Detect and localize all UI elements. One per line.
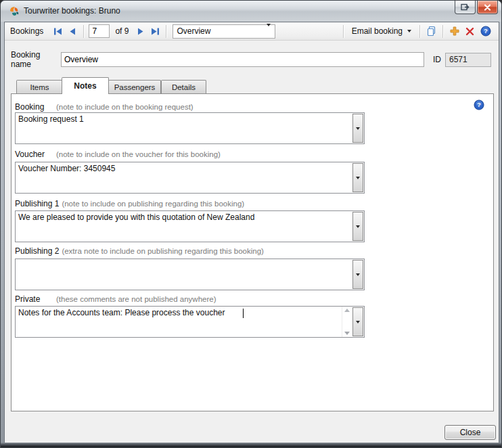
voucher-note-label: Voucher (15, 150, 53, 159)
publishing2-note-header: Publishing 2 (extra note to include on p… (15, 246, 475, 256)
voucher-note-dropdown-button[interactable] (352, 163, 363, 192)
private-note-dropdown-button[interactable] (352, 307, 363, 336)
bookings-label: Bookings (10, 26, 43, 36)
publishing2-note-label: Publishing 2 (15, 246, 59, 256)
add-icon (450, 26, 459, 36)
tab-items[interactable]: Items (16, 80, 63, 94)
record-count-label: of 9 (115, 26, 129, 36)
screenshot: Tourwriter bookings: Bruno Bookings (0, 0, 502, 448)
close-window-button[interactable] (477, 1, 498, 14)
private-note-label: Private (15, 294, 53, 304)
tab-notes[interactable]: Notes (62, 77, 109, 94)
chevron-down-icon (356, 273, 360, 276)
nav-next-button[interactable] (133, 24, 147, 38)
toolbar-separator (343, 25, 344, 38)
window-title: Tourwriter bookings: Bruno (24, 6, 120, 16)
booking-select[interactable]: Overview (173, 24, 275, 39)
add-booking-button[interactable] (447, 24, 461, 38)
chevron-down-icon (356, 127, 360, 130)
nav-previous-button[interactable] (65, 24, 80, 38)
chevron-down-icon (267, 24, 271, 36)
booking-note-header: Booking (note to include on the booking … (15, 102, 475, 112)
private-note-hint: (these comments are not published anywhe… (56, 295, 216, 303)
voucher-note-hint: (note to include on the voucher for this… (56, 150, 221, 158)
toolbar-separator (83, 25, 84, 38)
booking-id-value: 6571 (445, 53, 491, 67)
email-booking-button[interactable]: Email booking (347, 24, 416, 39)
toolbar-separator (442, 25, 443, 38)
chevron-down-icon (407, 30, 411, 32)
delete-icon (465, 27, 474, 36)
publishing1-note-dropdown-button[interactable] (352, 212, 363, 241)
window-frame-bottom (1, 443, 501, 447)
copy-booking-button[interactable] (424, 24, 438, 38)
voucher-note-textarea[interactable]: Voucher Number: 3450945 (16, 162, 352, 193)
booking-name-row: Booking name ID 6571 (11, 52, 494, 67)
voucher-note-header: Voucher (note to include on the voucher … (15, 150, 475, 159)
close-button[interactable]: Close (444, 425, 496, 440)
nav-previous-icon (70, 28, 76, 35)
scroll-up-icon (344, 309, 350, 312)
svg-text:?: ? (484, 27, 488, 35)
private-note-scrollbar[interactable] (342, 307, 352, 337)
publishing1-note-header: Publishing 1 (note to include on publish… (15, 199, 475, 208)
publishing2-note-dropdown-button[interactable] (352, 260, 363, 289)
tourwriter-logo-icon (9, 5, 20, 17)
notes-help-button[interactable]: ? (474, 99, 484, 113)
chevron-down-icon (356, 321, 360, 323)
booking-note-control: Booking request 1 (15, 112, 365, 144)
toolbar-help-button[interactable]: ? (478, 24, 493, 38)
tab-details[interactable]: Details (161, 80, 206, 94)
publishing2-note-textarea[interactable] (16, 259, 352, 290)
booking-note-dropdown-button[interactable] (352, 114, 363, 143)
close-icon (484, 4, 491, 11)
help-icon: ? (480, 26, 491, 37)
scroll-down-icon (344, 332, 350, 335)
nav-first-icon (53, 28, 62, 35)
toolbar-separator (419, 25, 420, 38)
chevron-down-icon (356, 225, 360, 228)
toolbar-separator (166, 25, 166, 38)
text-cursor (243, 309, 244, 318)
copy-icon (426, 26, 437, 37)
nav-last-icon (151, 28, 160, 35)
publishing2-note-control (15, 259, 365, 290)
tab-passengers[interactable]: Passengers (108, 80, 161, 94)
booking-select-value: Overview (177, 26, 210, 36)
publishing2-note-hint: (extra note to include on publishing reg… (62, 247, 264, 255)
booking-note-textarea[interactable]: Booking request 1 (16, 113, 352, 143)
app-window: Tourwriter bookings: Bruno Bookings (0, 0, 502, 448)
booking-id-label: ID (433, 55, 441, 64)
delete-booking-button[interactable] (463, 24, 477, 38)
popout-window-button[interactable] (455, 1, 476, 14)
publishing1-note-control: We are pleased to provide you with this … (15, 210, 365, 242)
nav-next-icon (137, 28, 143, 35)
private-note-control: Notes for the Accounts team: Please proc… (15, 306, 365, 338)
publishing1-note-hint: (note to include on publishing regarding… (62, 200, 244, 208)
booking-name-label: Booking name (11, 50, 61, 69)
nav-first-button[interactable] (50, 24, 65, 38)
record-position-input[interactable] (89, 24, 110, 38)
private-note-header: Private (these comments are not publishe… (15, 294, 475, 304)
popout-icon (461, 3, 470, 11)
help-icon: ? (474, 99, 484, 110)
svg-text:?: ? (477, 101, 481, 108)
publishing1-note-textarea[interactable]: We are pleased to provide you with this … (16, 211, 352, 242)
bookings-toolbar: Bookings of 9 (5, 22, 499, 41)
booking-name-input[interactable] (61, 52, 424, 67)
email-booking-label: Email booking (352, 26, 403, 36)
nav-last-button[interactable] (147, 24, 162, 38)
booking-note-hint: (note to include on the booking request) (56, 103, 193, 111)
publishing1-note-label: Publishing 1 (15, 199, 59, 208)
dialog-client-area: Bookings of 9 (4, 22, 499, 444)
private-note-textarea[interactable]: Notes for the Accounts team: Please proc… (16, 307, 342, 337)
booking-note-label: Booking (15, 102, 53, 112)
voucher-note-control: Voucher Number: 3450945 (15, 162, 365, 194)
chevron-down-icon (356, 177, 360, 179)
title-bar[interactable]: Tourwriter bookings: Bruno (1, 1, 501, 22)
